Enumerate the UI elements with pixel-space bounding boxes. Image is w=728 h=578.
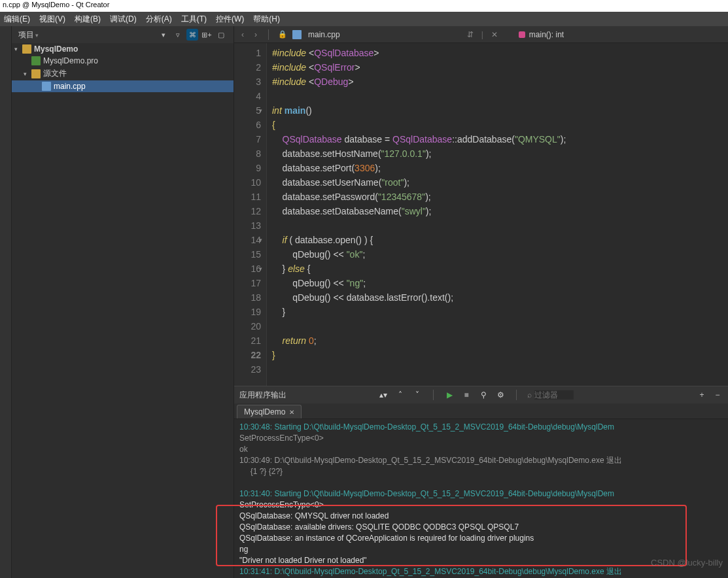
search-icon: ⌕ — [527, 390, 532, 400]
output-toolbar: 应用程序输出 ▴▾ ˄ ˅ ▶ ■ ⚲ ⚙ ⌕ + − — [234, 386, 728, 403]
down-icon[interactable]: ˅ — [412, 390, 423, 400]
tree-sources[interactable]: ▾ 源文件 — [12, 67, 234, 80]
close-icon[interactable]: ✕ — [289, 409, 294, 416]
expand-icon[interactable]: ▾ — [14, 46, 21, 52]
menu-view[interactable]: 视图(V) — [39, 14, 65, 25]
tree-main-cpp[interactable]: main.cpp — [12, 80, 234, 92]
tree-item-label: 源文件 — [43, 68, 67, 79]
tree-root[interactable]: ▾ MysqlDemo — [12, 43, 234, 55]
fold-icon[interactable]: ▾ — [259, 262, 262, 276]
tree-root-label: MysqlDemo — [34, 44, 78, 54]
dropdown-icon[interactable]: ⇵ — [466, 30, 475, 39]
menu-help[interactable]: 帮助(H) — [253, 14, 280, 25]
menu-analyze[interactable]: 分析(A) — [146, 14, 172, 25]
fold-icon[interactable]: ▾ — [259, 103, 262, 118]
project-panel-title: 项目▾ — [18, 29, 39, 41]
watermark: CSDN @lucky-billy — [651, 558, 723, 568]
close-tab-icon[interactable]: ✕ — [490, 30, 499, 39]
menu-build[interactable]: 构建(B) — [75, 14, 101, 25]
cpp-file-icon — [292, 30, 302, 39]
mode-bar[interactable] — [0, 26, 12, 578]
fold-icon[interactable]: ▾ — [259, 233, 262, 247]
menu-tools[interactable]: 工具(T) — [181, 14, 207, 25]
attach-icon[interactable]: ⚲ — [478, 390, 489, 400]
zoom-out-icon[interactable]: − — [712, 390, 723, 400]
stop-icon[interactable]: ■ — [461, 390, 472, 400]
file-selector[interactable]: main.cpp — [292, 30, 340, 39]
code-content[interactable]: #include <QSqlDatabase> #include <QSqlEr… — [267, 43, 571, 386]
menu-edit[interactable]: 编辑(E) — [4, 14, 30, 25]
cpp-file-icon — [42, 82, 51, 91]
menu-debug[interactable]: 调试(D) — [110, 14, 137, 25]
function-icon — [519, 31, 525, 38]
window-title: n.cpp @ MysqlDemo - Qt Creator — [0, 0, 728, 12]
output-tab[interactable]: MysqlDemo ✕ — [237, 405, 302, 418]
folder-icon — [22, 44, 31, 54]
symbol-selector[interactable]: main(): int — [519, 30, 564, 39]
nav-back-icon[interactable]: ‹ — [238, 30, 247, 39]
output-text[interactable]: 10:30:48: Starting D:\Qt\build-MysqlDemo… — [234, 419, 728, 578]
pro-file-icon — [31, 56, 41, 65]
divider: | — [481, 30, 483, 39]
output-tab-label: MysqlDemo — [244, 407, 285, 416]
folder-icon — [31, 69, 41, 78]
up-icon[interactable]: ˄ — [395, 390, 406, 400]
project-panel: 项目▾ ▾ ▿ ⌘ ⊞+ ▢ ▾ MysqlDemo MysqlDemo.pro… — [12, 26, 234, 578]
filter-input[interactable] — [534, 390, 574, 400]
link-icon[interactable]: ⌘ — [186, 29, 198, 41]
tree-item-label: main.cpp — [54, 82, 86, 91]
add-split-icon[interactable]: ⊞+ — [201, 29, 213, 41]
editor-tab-bar: ‹ › 🔒 main.cpp ⇵ | ✕ main(): int — [234, 26, 728, 43]
tree-pro-file[interactable]: MysqlDemo.pro — [12, 55, 234, 67]
filter-search[interactable]: ⌕ — [527, 390, 574, 400]
settings-icon[interactable]: ⚙ — [495, 390, 506, 400]
editor-area: ‹ › 🔒 main.cpp ⇵ | ✕ main(): int 1 2 3 4 — [234, 26, 728, 578]
project-tree: ▾ MysqlDemo MysqlDemo.pro ▾ 源文件 main.cpp — [12, 43, 234, 92]
zoom-in-icon[interactable]: + — [697, 390, 707, 400]
output-panel: 应用程序输出 ▴▾ ˄ ˅ ▶ ■ ⚲ ⚙ ⌕ + − — [234, 386, 728, 578]
filter-funnel-icon[interactable]: ▾ — [158, 29, 169, 41]
close-panel-icon[interactable]: ▢ — [215, 29, 227, 41]
output-tab-row: MysqlDemo ✕ — [234, 403, 728, 419]
filter-icon[interactable]: ▿ — [172, 29, 184, 41]
hammer-icon[interactable]: ▴▾ — [378, 390, 389, 400]
output-panel-title: 应用程序输出 — [239, 390, 286, 401]
lock-icon[interactable]: 🔒 — [277, 29, 288, 41]
code-editor[interactable]: 1 2 3 4 5▾ 6 7 8 9 10 11 12 13 14▾ 15 16… — [234, 43, 728, 386]
nav-forward-icon[interactable]: › — [251, 30, 260, 39]
line-gutter: 1 2 3 4 5▾ 6 7 8 9 10 11 12 13 14▾ 15 16… — [234, 43, 267, 386]
menu-widgets[interactable]: 控件(W) — [216, 14, 244, 25]
run-icon[interactable]: ▶ — [444, 390, 455, 400]
file-name: main.cpp — [308, 30, 340, 39]
expand-icon[interactable]: ▾ — [24, 71, 30, 77]
project-panel-header: 项目▾ ▾ ▿ ⌘ ⊞+ ▢ — [12, 26, 234, 43]
menu-bar: 编辑(E) 视图(V) 构建(B) 调试(D) 分析(A) 工具(T) 控件(W… — [0, 12, 728, 26]
tree-item-label: MysqlDemo.pro — [43, 56, 98, 65]
symbol-label: main(): int — [529, 30, 564, 39]
